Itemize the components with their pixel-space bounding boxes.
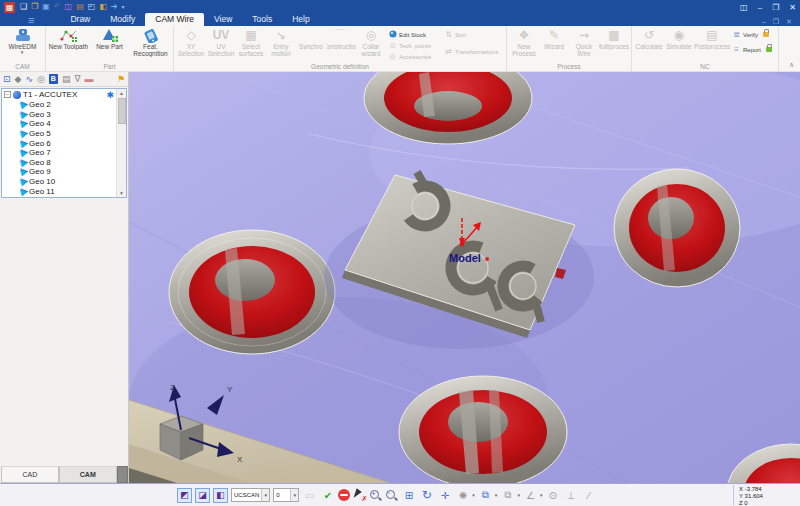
zoom-extents-icon[interactable]: ⊞ xyxy=(401,488,416,503)
maximize-button[interactable]: ❐ xyxy=(772,3,779,12)
undo-icon[interactable]: ↶ xyxy=(54,2,61,12)
calculate-button[interactable]: ↺ Calculate xyxy=(634,27,664,50)
new-document-icon[interactable]: ❏ xyxy=(20,2,27,12)
chevron-down-icon[interactable]: ▾ xyxy=(517,492,520,498)
cancel-selection-icon[interactable]: ✗ xyxy=(353,489,366,502)
erase-icon[interactable]: ▬ xyxy=(84,73,93,86)
postprocess-button[interactable]: ▤ Postprocess xyxy=(694,27,730,50)
zoom-window-icon[interactable]: ▫ xyxy=(385,489,398,502)
minimize-button[interactable]: – xyxy=(758,3,762,12)
snap-line-icon[interactable]: ∕ xyxy=(581,488,596,503)
zoom-in-icon[interactable]: + xyxy=(369,489,382,502)
disabled-tool-button[interactable]: ▭ xyxy=(302,488,317,503)
construction-button[interactable]: ⌒ Construction xyxy=(326,27,356,50)
chevron-down-icon[interactable]: ▾ xyxy=(540,492,543,498)
new-part-button[interactable]: New Part xyxy=(89,27,130,50)
synchro-button[interactable]: Synchro xyxy=(296,27,326,50)
chevron-down-icon[interactable]: ▾ xyxy=(261,489,269,501)
measurement-wave-icon[interactable]: ∿ xyxy=(25,73,33,86)
tech-points-button[interactable]: ⊙ Tech. points xyxy=(386,40,442,51)
quick-wire-button[interactable]: ⇝ Quick Wire xyxy=(569,27,599,57)
pan-view-icon[interactable]: ✛ xyxy=(437,488,452,503)
tree-item-geo7[interactable]: Geo 7 xyxy=(2,148,126,158)
package-icon[interactable]: ▤ xyxy=(76,2,84,12)
simulate-button[interactable]: ◉ Simulate xyxy=(664,27,694,50)
save-icon[interactable]: ▣ xyxy=(42,2,50,12)
tree-item-geo10[interactable]: Geo 10 xyxy=(2,177,126,187)
select-surfaces-button[interactable]: ▦ Select surfaces xyxy=(236,27,266,57)
tree-item-geo6[interactable]: Geo 6 xyxy=(2,138,126,148)
report-b-icon[interactable]: B xyxy=(49,74,58,84)
tree-scrollbar[interactable]: ▲ ▼ xyxy=(116,89,126,197)
wireedm-button[interactable]: WireEDM ▾ xyxy=(2,27,43,55)
menu-modify[interactable]: Modify xyxy=(100,13,145,26)
chevron-down-icon[interactable]: ▾ xyxy=(495,492,498,498)
menu-help[interactable]: Help xyxy=(282,13,319,26)
note-flag-icon[interactable]: ⚑ xyxy=(117,73,125,86)
tree-item-geo8[interactable]: Geo 8 xyxy=(2,158,126,168)
wizard-button[interactable]: ✎ Wizard xyxy=(539,27,569,50)
confirm-check-icon[interactable]: ✔ xyxy=(320,488,335,503)
snap-angle-icon[interactable]: ∠ xyxy=(523,488,538,503)
close-button[interactable]: ✕ xyxy=(789,3,796,12)
ucs-view-uv-button[interactable]: ◪ xyxy=(195,488,210,503)
viewport-3d[interactable]: Model Z Y X xyxy=(129,72,800,483)
scroll-up-icon[interactable]: ▲ xyxy=(119,90,124,96)
ucs-view-iso-button[interactable]: ◧ xyxy=(213,488,228,503)
scrollbar-thumb[interactable] xyxy=(118,98,126,124)
ucs-view-xy-button[interactable]: ◩ xyxy=(177,488,192,503)
accessories-button[interactable]: ◎ Accessories xyxy=(386,51,442,62)
transformations-button[interactable]: ⇄ Transformations xyxy=(442,46,504,57)
report-button[interactable]: ≡ Report xyxy=(730,44,776,55)
entry-motion-button[interactable]: ↘ Entry motion xyxy=(266,27,296,57)
machine-monitor-icon[interactable]: ⊡ xyxy=(3,73,11,86)
edit-stock-button[interactable]: Edit Stock xyxy=(386,29,442,40)
scroll-down-icon[interactable]: ▼ xyxy=(119,190,124,196)
xy-selection-button[interactable]: ◇ XY Selection xyxy=(176,27,206,57)
tree-item-geo2[interactable]: Geo 2 xyxy=(2,100,126,110)
abort-icon[interactable] xyxy=(338,489,350,501)
uv-selection-button[interactable]: UV UV Selection xyxy=(206,27,236,57)
filter-icon[interactable]: ∇ xyxy=(74,73,80,86)
tab-cam[interactable]: CAM xyxy=(59,466,117,483)
web-icon[interactable]: ◎ xyxy=(37,73,45,86)
tree-item-geo11[interactable]: Geo 11 xyxy=(2,186,126,196)
print-icon[interactable]: ▤ xyxy=(62,73,71,86)
coord-system-combo[interactable]: 0 ▾ xyxy=(273,488,299,502)
copy-view-icon[interactable]: ⧉ xyxy=(500,488,515,503)
swatch-icon[interactable]: ◧ xyxy=(99,2,107,12)
verify-button[interactable]: ≣ Verify xyxy=(730,29,776,40)
menu-cam-wire[interactable]: CAM Wire xyxy=(145,13,204,26)
tree-item-geo4[interactable]: Geo 4 xyxy=(2,119,126,129)
chevron-down-icon[interactable]: ▾ xyxy=(290,489,298,501)
doc-restore-button[interactable]: ❐ xyxy=(773,18,779,26)
new-process-button[interactable]: ❖ New Process xyxy=(509,27,539,57)
tree-root-row[interactable]: − T1 - ACCUTEX ✱ xyxy=(2,89,126,100)
paste-icon[interactable]: ◫ xyxy=(65,2,73,12)
rotate-view-icon[interactable]: ↻ xyxy=(419,488,434,503)
menu-tools[interactable]: Tools xyxy=(242,13,282,26)
tree-item-geo5[interactable]: Geo 5 xyxy=(2,129,126,139)
shield-icon[interactable]: ◆ xyxy=(15,73,22,86)
app-logo-icon[interactable]: ▦ xyxy=(4,2,15,13)
doc-close-button[interactable]: ✕ xyxy=(786,18,792,26)
tab-cad[interactable]: CAD xyxy=(1,466,59,483)
chevron-down-icon[interactable]: ▾ xyxy=(472,492,475,498)
doc-minimize-button[interactable]: – xyxy=(762,18,766,26)
tree-item-geo9[interactable]: Geo 9 xyxy=(2,167,126,177)
feature-recognition-button[interactable]: Feat. Recognition xyxy=(130,27,171,57)
send-icon[interactable]: ➔ xyxy=(111,2,118,12)
multiprocess-button[interactable]: ▩ Multiprocess xyxy=(599,27,629,50)
menu-draw[interactable]: Draw xyxy=(60,13,100,26)
new-toolpath-button[interactable]: New Toolpath xyxy=(48,27,89,50)
open-folder-icon[interactable]: ❐ xyxy=(31,2,38,12)
collar-wizard-button[interactable]: ◎ Collar wizard xyxy=(356,27,386,57)
collapse-ribbon-icon[interactable]: ∧ xyxy=(789,61,794,69)
menu-view[interactable]: View xyxy=(204,13,242,26)
layers-icon[interactable]: ⧉ xyxy=(478,488,493,503)
qat-customize-arrow-icon[interactable]: ▾ xyxy=(122,2,125,12)
sort-button[interactable]: ⇅ Sort xyxy=(442,29,504,40)
ucs-selector-combo[interactable]: UCSCAN ▾ xyxy=(231,488,270,502)
snap-perpendicular-icon[interactable]: ⊥ xyxy=(563,488,578,503)
snap-node-icon[interactable]: ⊙ xyxy=(545,488,560,503)
